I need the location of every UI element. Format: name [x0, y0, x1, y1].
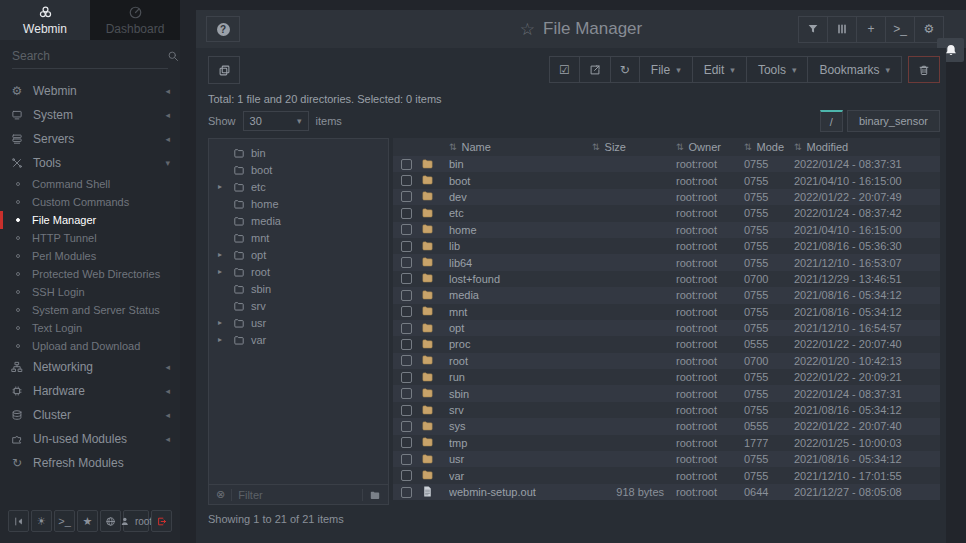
favorites-button[interactable]: ★	[77, 510, 98, 532]
table-row[interactable]: webmin-setup.out918 bytesroot:root064420…	[393, 484, 940, 500]
file-name[interactable]: etc	[449, 207, 592, 219]
table-row[interactable]: rootroot:root07002022/01/20 - 10:42:13	[393, 353, 940, 369]
tree-item-sbin[interactable]: sbin	[209, 280, 388, 297]
file-menu[interactable]: File▾	[639, 56, 693, 83]
favorite-star-icon[interactable]: ☆	[520, 21, 535, 38]
table-row[interactable]: devroot:root07552022/01/22 - 20:07:49	[393, 189, 940, 205]
create-button[interactable]: +	[856, 16, 886, 43]
sidebar-item-system[interactable]: System◂	[0, 103, 180, 127]
tree-item-boot[interactable]: boot	[209, 161, 388, 178]
collapse-sidebar-button[interactable]	[8, 510, 29, 532]
shell-button[interactable]: >_	[885, 16, 915, 43]
row-checkbox[interactable]	[401, 405, 412, 416]
tree-item-etc[interactable]: ▸etc	[209, 178, 388, 195]
tree-item-home[interactable]: home	[209, 195, 388, 212]
sidebar-item-custom-commands[interactable]: Custom Commands	[0, 193, 180, 211]
row-checkbox[interactable]	[401, 487, 412, 498]
tree-item-mnt[interactable]: mnt	[209, 229, 388, 246]
column-header-name[interactable]: Name	[462, 141, 491, 153]
file-name[interactable]: srv	[449, 404, 592, 416]
help-button[interactable]: ?	[206, 16, 240, 42]
sidebar-item-hardware[interactable]: Hardware◂	[0, 379, 180, 403]
sidebar-item-perl-modules[interactable]: Perl Modules	[0, 247, 180, 265]
row-checkbox[interactable]	[401, 241, 412, 252]
sidebar-item-tools[interactable]: Tools▾	[0, 151, 180, 175]
page-size-select[interactable]: 30 ▾	[243, 111, 309, 131]
bookmarks-menu[interactable]: Bookmarks▾	[807, 56, 902, 83]
table-row[interactable]: lost+foundroot:root07002021/12/29 - 13:4…	[393, 271, 940, 287]
row-checkbox[interactable]	[401, 388, 412, 399]
file-name[interactable]: bin	[449, 158, 592, 170]
table-row[interactable]: usrroot:root07552021/08/16 - 05:34:12	[393, 451, 940, 467]
row-checkbox[interactable]	[401, 208, 412, 219]
row-checkbox[interactable]	[401, 191, 412, 202]
file-name[interactable]: home	[449, 224, 592, 236]
tree-item-root[interactable]: ▸root	[209, 263, 388, 280]
row-checkbox[interactable]	[401, 454, 412, 465]
tree-item-var[interactable]: ▸var	[209, 331, 388, 348]
file-name[interactable]: sbin	[449, 388, 592, 400]
row-checkbox[interactable]	[401, 224, 412, 235]
row-checkbox[interactable]	[401, 323, 412, 334]
tools-menu[interactable]: Tools▾	[746, 56, 809, 83]
tree-item-bin[interactable]: bin	[209, 144, 388, 161]
user-button[interactable]: root	[123, 510, 149, 532]
row-checkbox[interactable]	[401, 470, 412, 481]
search-icon[interactable]	[167, 50, 179, 62]
column-header-size[interactable]: Size	[605, 141, 626, 153]
row-checkbox[interactable]	[401, 372, 412, 383]
language-button[interactable]	[100, 510, 121, 532]
search-input[interactable]	[12, 49, 167, 63]
breadcrumb-current[interactable]: binary_sensor	[847, 110, 940, 132]
file-name[interactable]: lost+found	[449, 273, 592, 285]
table-row[interactable]: lib64root:root07552021/12/10 - 16:53:07	[393, 254, 940, 270]
column-header-mode[interactable]: Mode	[757, 141, 785, 153]
file-name[interactable]: run	[449, 371, 592, 383]
table-row[interactable]: optroot:root07552021/12/10 - 16:54:57	[393, 320, 940, 336]
file-name[interactable]: sys	[449, 420, 592, 432]
refresh-button[interactable]: ↻	[610, 56, 640, 83]
table-row[interactable]: mntroot:root07552021/08/16 - 05:34:12	[393, 304, 940, 320]
table-row[interactable]: binroot:root07552022/01/24 - 08:37:31	[393, 156, 940, 172]
tree-item-media[interactable]: media	[209, 212, 388, 229]
delete-button[interactable]	[908, 56, 940, 83]
column-header-owner[interactable]: Owner	[689, 141, 721, 153]
sort-icon[interactable]: ⇅	[676, 142, 684, 152]
sort-icon[interactable]: ⇅	[592, 142, 600, 152]
sort-icon[interactable]: ⇅	[744, 142, 752, 152]
table-row[interactable]: runroot:root07552022/01/22 - 20:09:21	[393, 369, 940, 385]
sidebar-item-webmin[interactable]: ⚙Webmin◂	[0, 79, 180, 103]
column-header-modified[interactable]: Modified	[807, 141, 849, 153]
filter-button[interactable]	[798, 16, 828, 43]
edit-menu[interactable]: Edit▾	[692, 56, 747, 83]
breadcrumb-root[interactable]: /	[820, 110, 843, 132]
table-row[interactable]: varroot:root07552021/12/10 - 17:01:55	[393, 467, 940, 483]
select-all-button[interactable]: ☑	[549, 56, 580, 83]
table-row[interactable]: bootroot:root07552021/04/10 - 16:15:00	[393, 172, 940, 188]
expand-caret-icon[interactable]: ▸	[218, 250, 227, 259]
row-checkbox[interactable]	[401, 175, 412, 186]
sidebar-item-protected-web-directories[interactable]: Protected Web Directories	[0, 265, 180, 283]
tree-item-opt[interactable]: ▸opt	[209, 246, 388, 263]
row-checkbox[interactable]	[401, 290, 412, 301]
tab-dashboard[interactable]: Dashboard	[90, 0, 180, 40]
table-row[interactable]: homeroot:root07552021/04/10 - 16:15:00	[393, 222, 940, 238]
table-row[interactable]: sbinroot:root07552022/01/24 - 08:37:31	[393, 385, 940, 401]
terminal-button[interactable]: >_	[54, 510, 75, 532]
folder-select-icon[interactable]	[369, 489, 381, 501]
file-name[interactable]: usr	[449, 453, 592, 465]
file-name[interactable]: lib	[449, 240, 592, 252]
sort-icon[interactable]: ⇅	[449, 142, 457, 152]
sort-icon[interactable]: ⇅	[794, 142, 802, 152]
sidebar-item-ssh-login[interactable]: SSH Login	[0, 283, 180, 301]
sidebar-item-http-tunnel[interactable]: HTTP Tunnel	[0, 229, 180, 247]
table-row[interactable]: srvroot:root07552021/08/16 - 05:34:12	[393, 402, 940, 418]
file-name[interactable]: webmin-setup.out	[449, 486, 592, 498]
sidebar-item-upload-and-download[interactable]: Upload and Download	[0, 337, 180, 355]
sidebar-item-servers[interactable]: Servers◂	[0, 127, 180, 151]
row-checkbox[interactable]	[401, 421, 412, 432]
table-row[interactable]: tmproot:root17772022/01/25 - 10:00:03	[393, 435, 940, 451]
sidebar-item-system-and-server-status[interactable]: System and Server Status	[0, 301, 180, 319]
logout-button[interactable]	[151, 510, 172, 532]
table-row[interactable]: libroot:root07552021/08/16 - 05:36:30	[393, 238, 940, 254]
